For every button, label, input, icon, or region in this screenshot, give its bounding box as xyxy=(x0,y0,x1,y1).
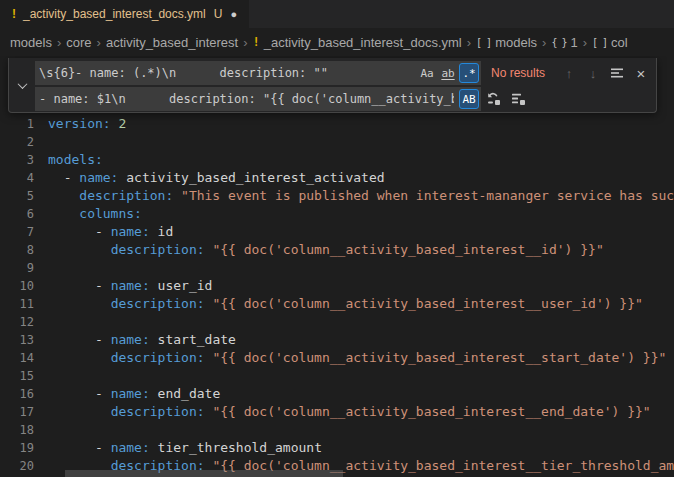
line-number: 10 xyxy=(0,277,36,295)
code-line[interactable] xyxy=(48,313,674,331)
regex-toggle[interactable]: .* xyxy=(459,63,479,83)
replace-icon xyxy=(486,91,502,107)
tab-activity-based-interest-docs[interactable]: ! _activity_based_interest_docs.yml U ● xyxy=(0,0,250,28)
breadcrumb-label: 1 xyxy=(570,35,577,50)
replace-all-icon xyxy=(510,91,526,107)
code-line[interactable]: description: "{{ doc('column__activity_b… xyxy=(48,349,674,367)
replace-button[interactable] xyxy=(483,88,505,110)
replace-row: AB xyxy=(35,87,652,111)
code-line[interactable]: models: xyxy=(48,151,674,169)
preserve-case-icon: AB xyxy=(462,93,475,106)
tab-title: _activity_based_interest_docs.yml xyxy=(23,7,206,21)
replace-input-wrap: AB xyxy=(35,87,481,111)
next-match-button[interactable]: ↓ xyxy=(582,62,604,84)
object-icon: { } xyxy=(551,37,566,48)
find-input[interactable] xyxy=(35,61,416,85)
find-input-wrap: Aa ab .* xyxy=(35,61,481,85)
breadcrumb-item-3[interactable]: !_activity_based_interest_docs.yml xyxy=(253,35,462,50)
code-line[interactable]: - name: id xyxy=(48,223,674,241)
close-find-button[interactable]: × xyxy=(630,62,652,84)
breadcrumb-label: _activity_based_interest_docs.yml xyxy=(264,35,462,50)
breadcrumb-separator: › xyxy=(57,35,61,50)
line-number: 20 xyxy=(0,457,36,475)
breadcrumb-label: models xyxy=(10,35,52,50)
code-line[interactable]: version: 2 xyxy=(48,115,674,133)
line-number: 16 xyxy=(0,385,36,403)
code-line[interactable] xyxy=(48,421,674,439)
close-icon: × xyxy=(637,65,646,82)
breadcrumb-item-2[interactable]: activity_based_interest xyxy=(106,35,238,50)
code-line[interactable]: - name: user_id xyxy=(48,277,674,295)
chevron-down-icon xyxy=(17,79,27,89)
line-number: 14 xyxy=(0,349,36,367)
breadcrumb-separator: › xyxy=(97,35,101,50)
regex-icon: .* xyxy=(462,67,475,80)
line-number: 5 xyxy=(0,187,36,205)
breadcrumb-separator: › xyxy=(542,35,546,50)
warning-icon: ! xyxy=(12,7,16,21)
breadcrumb-separator: › xyxy=(467,35,471,50)
breadcrumb-label: col xyxy=(611,35,628,50)
line-number: 3 xyxy=(0,151,36,169)
arrow-up-icon: ↑ xyxy=(566,66,573,81)
line-number: 9 xyxy=(0,259,36,277)
code-line[interactable]: description: "{{ doc('column__activity_b… xyxy=(48,295,674,313)
preserve-case-toggle[interactable]: AB xyxy=(459,89,479,109)
find-in-selection-button[interactable] xyxy=(606,62,628,84)
unsaved-dot-icon[interactable]: ● xyxy=(230,8,237,20)
arrow-down-icon: ↓ xyxy=(590,66,597,81)
editor[interactable]: 1234567891011121314151617181920 version:… xyxy=(0,56,674,477)
git-untracked-badge: U xyxy=(214,7,223,21)
line-number: 2 xyxy=(0,133,36,151)
code-line[interactable]: - name: activity_based_interest_activate… xyxy=(48,169,674,187)
horizontal-scrollbar[interactable] xyxy=(65,470,343,477)
find-results-label: No results xyxy=(491,66,556,80)
breadcrumb: models›core›activity_based_interest›!_ac… xyxy=(0,28,674,56)
line-number: 11 xyxy=(0,295,36,313)
line-number: 7 xyxy=(0,223,36,241)
array-icon: [ ] xyxy=(476,37,491,48)
line-number: 17 xyxy=(0,403,36,421)
line-number: 19 xyxy=(0,439,36,457)
breadcrumb-item-4[interactable]: [ ]models xyxy=(476,35,537,50)
code-line[interactable] xyxy=(48,133,674,151)
code-line[interactable]: - name: end_date xyxy=(48,385,674,403)
breadcrumb-item-0[interactable]: models xyxy=(10,35,52,50)
tab-bar: ! _activity_based_interest_docs.yml U ● xyxy=(0,0,674,28)
code-line[interactable]: description: "This event is published wh… xyxy=(48,187,674,205)
code-line[interactable] xyxy=(48,259,674,277)
breadcrumb-item-5[interactable]: { }1 xyxy=(551,35,577,50)
array-icon: [ ] xyxy=(592,37,607,48)
breadcrumb-label: core xyxy=(66,35,91,50)
line-number: 4 xyxy=(0,169,36,187)
line-number: 6 xyxy=(0,205,36,223)
find-widget-body: Aa ab .* No results ↑ ↓ xyxy=(35,58,656,112)
whole-word-icon: ab xyxy=(441,67,454,80)
selection-icon xyxy=(609,65,625,81)
line-number: 18 xyxy=(0,421,36,439)
code-line[interactable]: description: "{{ doc('column__activity_b… xyxy=(48,241,674,259)
line-number: 1 xyxy=(0,115,36,133)
breadcrumb-item-6[interactable]: [ ]col xyxy=(592,35,628,50)
previous-match-button[interactable]: ↑ xyxy=(558,62,580,84)
breadcrumb-label: activity_based_interest xyxy=(106,35,238,50)
toggle-replace-button[interactable] xyxy=(9,58,35,112)
code-line[interactable]: - name: start_date xyxy=(48,331,674,349)
code-line[interactable]: - name: tier_threshold_amount xyxy=(48,439,674,457)
whole-word-toggle[interactable]: ab xyxy=(438,63,458,83)
breadcrumb-separator: › xyxy=(243,35,247,50)
replace-input[interactable] xyxy=(35,87,458,111)
replace-all-button[interactable] xyxy=(507,88,529,110)
line-number: 12 xyxy=(0,313,36,331)
breadcrumb-separator: › xyxy=(583,35,587,50)
match-case-icon: Aa xyxy=(420,67,433,80)
code-line[interactable]: columns: xyxy=(48,205,674,223)
breadcrumb-label: models xyxy=(495,35,537,50)
match-case-toggle[interactable]: Aa xyxy=(417,63,437,83)
code-lines: version: 2models: - name: activity_based… xyxy=(48,115,674,475)
breadcrumb-item-1[interactable]: core xyxy=(66,35,91,50)
code-line[interactable] xyxy=(48,367,674,385)
warning-icon: ! xyxy=(253,35,260,49)
code-line[interactable]: description: "{{ doc('column__activity_b… xyxy=(48,403,674,421)
find-replace-widget: Aa ab .* No results ↑ ↓ xyxy=(8,58,657,113)
